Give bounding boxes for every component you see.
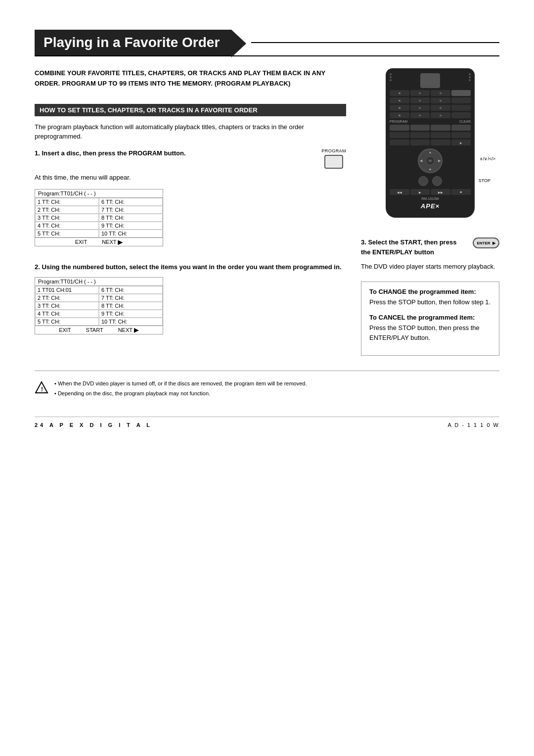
remote-btn: ⊕ <box>390 105 409 111</box>
step1-header: 1. Insert a disc, then press the PROGRAM… <box>35 148 346 169</box>
nav-ring: ▲ ▼ ◀ ▶ OK <box>418 148 443 173</box>
step3-header: 3. Select the START, then press the ENTE… <box>361 237 499 257</box>
remote-btn <box>451 112 471 118</box>
divider <box>35 371 499 371</box>
table-row: 8 TT: CH: <box>99 302 163 310</box>
table-row: 4 TT: CH: <box>35 310 99 318</box>
table-row: 1 TT01 CH:01 <box>35 286 99 294</box>
remote-btn <box>451 90 471 96</box>
remote-control: ⊕ ⊙ ⊙ ⊕ ⊙ ⊙ ⊕ ⊙ ⊙ ⊕ <box>386 68 475 218</box>
remote-small-btn <box>418 176 428 186</box>
table-row: 9 TT: CH: <box>99 222 163 230</box>
footer-bar: 24 A P E X D I G I T A L A D - 1 1 1 0 W <box>35 417 499 428</box>
remote-btn: ⊙ <box>410 90 430 96</box>
table-row: 1 TT: CH: <box>35 198 99 206</box>
warning-icon: ! <box>35 381 48 396</box>
section-header: HOW TO SET TITLES, CHAPTERS, OR TRACKS I… <box>35 104 346 116</box>
page-title: Playing in a Favorite Order <box>35 30 231 55</box>
section-desc: The program playback function will autom… <box>35 122 346 142</box>
prog-table2-grid: 1 TT01 CH:01 6 TT: CH: 2 TT: CH: 7 TT: C… <box>35 286 163 326</box>
program-label: PROGRAM <box>321 148 346 153</box>
prog-table1-grid: 1 TT: CH: 6 TT: CH: 2 TT: CH: 7 TT: CH: … <box>35 198 163 237</box>
next-label: NEXT <box>102 239 123 245</box>
prog-table1-footer: EXIT NEXT <box>35 237 163 246</box>
warnings-section: ! • When the DVD video player is turned … <box>35 379 499 409</box>
remote-btn: ⊙ <box>410 105 430 111</box>
remote-btn: ⊕ <box>390 97 409 103</box>
intro-text: COMBINE YOUR FAVORITE TITLES, CHAPTERS, … <box>35 68 346 89</box>
table-row: 7 TT: CH: <box>99 206 163 214</box>
stop-label: STOP <box>479 178 490 183</box>
nav-left: ◀ <box>420 159 422 163</box>
remote-btn <box>410 140 430 145</box>
warning-2: • Depending on the disc, the program pla… <box>54 389 307 399</box>
speaker-dot <box>390 73 392 75</box>
remote-btn: ⊙ <box>410 97 430 103</box>
table-row: 7 TT: CH: <box>99 294 163 302</box>
model-number: RM-1013W <box>390 197 471 200</box>
enter-button-image: ENTER ▶ <box>473 237 499 248</box>
remote-btn <box>410 125 430 131</box>
table-row: 8 TT: CH: <box>99 214 163 222</box>
step3-desc: The DVD video player starts memory playb… <box>361 262 499 272</box>
table-row: 6 TT: CH: <box>99 198 163 206</box>
enter-label: ENTER <box>477 241 490 245</box>
next-label2: NEXT <box>118 327 139 333</box>
nav-arrows: ▲ ▼ ◀ ▶ <box>419 149 442 172</box>
remote-btn <box>390 125 409 131</box>
next-icon <box>118 240 123 245</box>
table-row: 5 TT: CH: <box>35 230 99 237</box>
remote-btn: ⊙ <box>431 105 450 111</box>
speaker-dot <box>469 76 471 78</box>
change-title: To CHANGE the programmed item: <box>369 288 491 295</box>
remote-transport-btn: ▶▶ <box>431 189 450 195</box>
cancel-title: To CANCEL the programmed item: <box>369 314 491 321</box>
apex-logo: APE× <box>390 202 471 210</box>
prog-table1-header: Program:TT01/CH ( - - ) <box>35 189 163 198</box>
remote-transport-btn: ▶ <box>410 189 430 195</box>
remote-btn <box>431 140 450 145</box>
speaker-dot <box>390 79 392 81</box>
remote-btn: ⊙ <box>431 112 450 118</box>
change-cancel-block: To CHANGE the programmed item: Press the… <box>361 282 499 356</box>
prog-table2-header: Program:TT01/CH ( - - ) <box>35 278 163 286</box>
remote-btn <box>451 125 471 131</box>
remote-btn <box>410 132 430 138</box>
speaker-dot <box>469 79 471 81</box>
program-table-1: Program:TT01/CH ( - - ) 1 TT: CH: 6 TT: … <box>35 189 163 246</box>
table-row: 5 TT: CH: <box>35 318 99 326</box>
nav-down: ▼ <box>429 168 432 171</box>
remote-container: ⊕ ⊙ ⊙ ⊕ ⊙ ⊙ ⊕ ⊙ ⊙ ⊕ <box>386 68 475 218</box>
step2-text: 2. Using the numbered button, select the… <box>35 262 346 272</box>
remote-btn: ⊙ <box>431 90 450 96</box>
main-layout: COMBINE YOUR FAVORITE TITLES, CHAPTERS, … <box>35 68 499 356</box>
remote-transport-btn: ■ <box>451 189 471 195</box>
exit-label: EXIT <box>75 239 87 245</box>
remote-btn <box>390 140 409 145</box>
remote-btn <box>451 132 471 138</box>
table-row: 2 TT: CH: <box>35 294 99 302</box>
caution-icon: ! <box>35 381 48 395</box>
step1-block: 1. Insert a disc, then press the PROGRAM… <box>35 148 346 254</box>
table-row: 9 TT: CH: <box>99 310 163 318</box>
program-button-image: PROGRAM <box>321 148 346 169</box>
table-row: 6 TT: CH: <box>99 286 163 294</box>
exit-label2: EXIT <box>59 327 71 333</box>
clear-remote-label: CLEAR <box>459 120 471 123</box>
remote-btn <box>431 125 450 131</box>
remote-btn: ⊙ <box>431 97 450 103</box>
step2-block: 2. Using the numbered button, select the… <box>35 262 346 341</box>
change-desc: Press the STOP button, then follow step … <box>369 297 491 307</box>
remote-btn: ⊕ <box>390 112 409 118</box>
speaker-dot <box>469 73 471 75</box>
next-icon2 <box>134 328 139 333</box>
nav-right: ▶ <box>438 159 441 163</box>
remote-transport-btn: ◀◀ <box>390 189 409 195</box>
right-column: ⊕ ⊙ ⊙ ⊕ ⊙ ⊙ ⊕ ⊙ ⊙ ⊕ <box>361 68 499 356</box>
table-row: 10 TT: CH: <box>99 318 163 326</box>
table-row: 10 TT: CH: <box>99 230 163 237</box>
remote-btn <box>390 132 409 138</box>
program-table-2: Program:TT01/CH ( - - ) 1 TT01 CH:01 6 T… <box>35 277 163 334</box>
cancel-desc: Press the STOP button, then press the EN… <box>369 323 491 342</box>
warning-1: • When the DVD video player is turned of… <box>54 379 307 389</box>
